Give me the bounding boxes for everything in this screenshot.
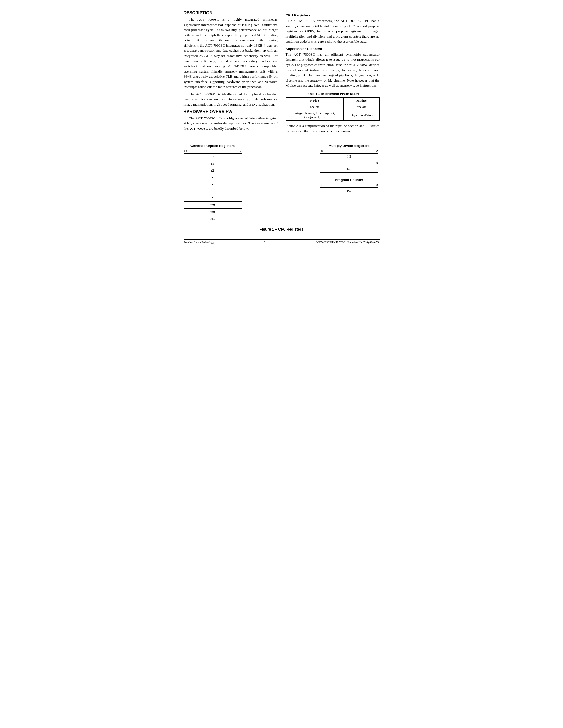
gpr-row-8: r30 <box>183 208 241 215</box>
table-row: r1 <box>183 160 241 167</box>
gpr-table: 0 r1 r2 • • • • r29 r30 r31 <box>183 153 242 222</box>
gpr-row-4: • <box>183 181 241 188</box>
instruction-issue-table-section: Table 1 – Instruction Issue Rules F Pipe… <box>286 92 380 121</box>
multiply-divide-title: Multiply/Divide Registers <box>329 144 370 148</box>
gpr-row-7: r29 <box>183 201 241 208</box>
table-row: • <box>183 188 241 195</box>
table-cell-fpipe: integer, branch, floating-point,integer … <box>286 110 343 120</box>
gpr-row-3: • <box>183 174 241 181</box>
gpr-group: General Purpose Registers 63 0 0 r1 r2 •… <box>183 144 242 222</box>
lo-register: LO <box>320 166 378 173</box>
table-row: r29 <box>183 201 241 208</box>
gpr-row-0: 0 <box>183 153 241 160</box>
superscalar-dispatch-para: The ACT 7000SC has an efficient symmetri… <box>286 52 380 88</box>
gpr-scale: 63 0 <box>183 149 242 153</box>
pc-label: PC <box>347 189 351 193</box>
hardware-overview-para: The ACT 7000SC offers a high-level of in… <box>183 116 277 131</box>
table-row: • <box>183 181 241 188</box>
table-row: r30 <box>183 208 241 215</box>
hi-register: HI <box>320 153 378 160</box>
right-column: CPU Registers Like all MIPS ISA processo… <box>286 11 380 136</box>
cpu-registers-title: CPU Registers <box>286 13 380 17</box>
two-column-layout: DESCRIPTION The ACT 7000SC is a highly i… <box>183 11 380 136</box>
table-subheader-fpipe: one of: <box>286 104 343 110</box>
table-title: Table 1 – Instruction Issue Rules <box>286 92 380 96</box>
hi-scale: 63 0 <box>320 149 378 153</box>
gpr-row-1: r1 <box>183 160 241 167</box>
footer: Aeroflex Circuit Technology 2 SCD7000SC … <box>183 239 380 244</box>
gpr-row-2: r2 <box>183 167 241 174</box>
gpr-row-5: • <box>183 188 241 195</box>
table-row: r2 <box>183 167 241 174</box>
lo-scale: 63 0 <box>320 161 378 165</box>
table-header-mpipe: M Pipe <box>343 97 380 104</box>
pc-register: PC <box>320 187 378 194</box>
right-registers: Multiply/Divide Registers 63 0 HI 63 0 L… <box>319 144 380 194</box>
footer-left: Aeroflex Circuit Technology <box>183 241 214 244</box>
table-header-fpipe: F Pipe <box>286 97 343 104</box>
gpr-title: General Purpose Registers <box>190 144 235 148</box>
page: DESCRIPTION The ACT 7000SC is a highly i… <box>183 11 380 244</box>
table-subheader-mpipe: one of: <box>343 104 380 110</box>
pc-scale-left: 63 <box>321 183 324 187</box>
footer-center: 2 <box>264 241 266 244</box>
superscalar-dispatch-title: Superscalar Dispatch <box>286 47 380 51</box>
description-para-2: The ACT 7000SC is ideally suited for hig… <box>183 92 277 107</box>
figure-section: General Purpose Registers 63 0 0 r1 r2 •… <box>183 144 380 231</box>
table-row: • <box>183 174 241 181</box>
program-counter-group: Program Counter 63 0 PC <box>319 178 380 194</box>
left-column: DESCRIPTION The ACT 7000SC is a highly i… <box>183 11 277 136</box>
table-row: 0 <box>183 153 241 160</box>
footer-right: SCD7000SC REV B 7/30/01 Plainview NY (51… <box>316 241 380 244</box>
registers-container: General Purpose Registers 63 0 0 r1 r2 •… <box>183 144 380 222</box>
gpr-scale-left: 63 <box>184 149 187 153</box>
instruction-issue-table: F Pipe M Pipe one of: one of: integer, b… <box>286 97 380 121</box>
gpr-scale-right: 0 <box>240 149 241 153</box>
lo-scale-left: 63 <box>321 161 324 165</box>
figure-caption: Figure 1 – CP0 Registers <box>183 227 380 231</box>
program-counter-title: Program Counter <box>335 178 363 182</box>
hi-label: HI <box>347 155 351 159</box>
table-row: • <box>183 195 241 201</box>
gpr-row-9: r31 <box>183 215 241 222</box>
lo-scale-right: 0 <box>376 161 378 165</box>
description-title: DESCRIPTION <box>183 11 277 15</box>
lo-label: LO <box>347 167 351 171</box>
hi-scale-right: 0 <box>376 149 378 153</box>
hardware-overview-title: HARDWARE OVERVIEW <box>183 109 277 114</box>
hi-scale-left: 63 <box>321 149 324 153</box>
pc-scale-right: 0 <box>376 183 378 187</box>
table-row: r31 <box>183 215 241 222</box>
cpu-registers-para: Like all MIPS ISA processors, the ACT 70… <box>286 18 380 44</box>
pc-scale: 63 0 <box>320 183 378 187</box>
figure2-desc: Figure 2 is a simplification of the pipe… <box>286 123 380 134</box>
table-cell-mpipe: integer, load/store <box>343 110 380 120</box>
gpr-row-6: • <box>183 195 241 201</box>
multiply-divide-group: Multiply/Divide Registers 63 0 HI 63 0 L… <box>319 144 380 173</box>
description-para-1: The ACT 7000SC is a highly integrated sy… <box>183 17 277 89</box>
